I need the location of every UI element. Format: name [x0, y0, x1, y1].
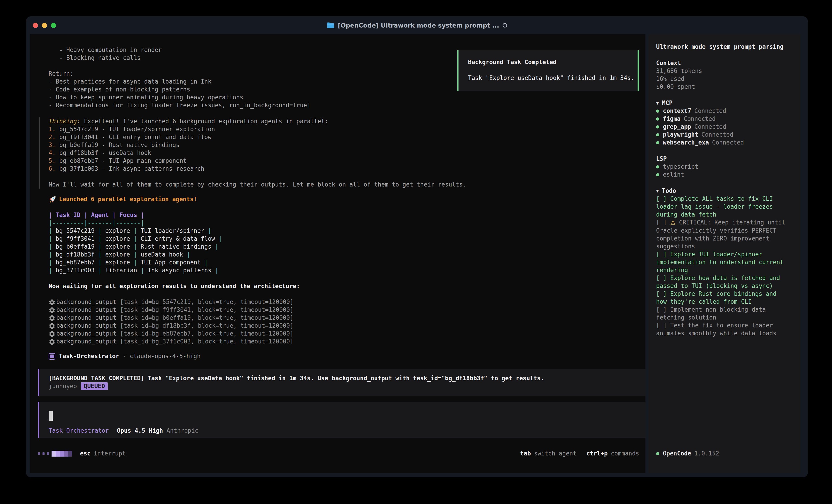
todo-item: [ ] ⚠ CRITICAL: Keep iterating until Ora… [656, 219, 787, 250]
tool-call-line: background_output [task_id=bg_f9ff3041, … [49, 306, 646, 314]
collapse-triangle-icon: ▼ [656, 187, 659, 195]
tool-call-line: background_output [task_id=bg_37f1c003, … [49, 338, 646, 345]
todo-section: ▼ Todo [ ] Complete ALL tasks to fix CLI… [656, 187, 794, 337]
lsp-item-name: typescript [663, 163, 698, 171]
input-agent-name[interactable]: Task-Orchestrator [49, 427, 109, 435]
task-table: | Task ID | Agent | Focus ||---------|--… [49, 211, 646, 274]
mcp-item-name: context7 [663, 107, 691, 115]
queued-badge: QUEUED [81, 382, 108, 390]
spinner [38, 451, 72, 456]
table-line: | bg_37f1c003 | librarian | Ink async pa… [49, 267, 646, 274]
context-stat: 16% used [656, 75, 794, 83]
minimize-button[interactable] [42, 23, 47, 28]
gear-icon [49, 315, 56, 321]
orchestrator-icon [49, 353, 55, 360]
gear-icon [49, 299, 56, 306]
commands-label: commands [611, 450, 639, 457]
warn-icon: ⚠ [670, 219, 676, 227]
esc-key-hint: esc [80, 450, 90, 457]
tool-call-line: background_output [task_id=bg_b0effa19, … [49, 314, 646, 322]
status-right: tab switch agent ctrl+p commands [520, 450, 639, 457]
folder-icon [327, 22, 334, 28]
mcp-header-label: MCP [662, 99, 673, 107]
mcp-item-name: playwright [663, 131, 698, 139]
table-line: | bg_eb87ebb7 | explore | TUI App compon… [49, 258, 646, 267]
rocket-icon [49, 196, 59, 203]
context-stat: 31,686 tokens [656, 67, 794, 75]
todo-header-label: Todo [662, 187, 676, 195]
tab-key-hint: tab [520, 450, 531, 457]
opencode-name-bold: Code [677, 450, 692, 457]
notification-toast[interactable]: Background Task Completed Task "Explore … [457, 50, 639, 91]
table-line: |---------|-------|-------| [49, 219, 646, 227]
input-cursor [49, 411, 53, 421]
input-panel[interactable]: Task-Orchestrator Opus 4.5 High Anthropi… [38, 402, 646, 438]
thinking-line: 3. bg_b0effa19 - Rust native bindings [49, 141, 646, 149]
todo-item: [ ] Explore how data is fetched and pass… [656, 274, 787, 290]
input-model[interactable]: Opus 4.5 High [117, 427, 163, 435]
table-line: | bg_f9ff3041 | explore | CLI entry & da… [49, 235, 646, 243]
table-line: | bg_5547c219 | explore | TUI loader/spi… [49, 227, 646, 235]
thinking-line: 4. bg_df18bb3f - useData hook [49, 149, 646, 157]
status-bar: esc interrupt tab switch agent ctrl+p co… [38, 450, 639, 457]
lsp-section: LSP typescript eslint [656, 155, 794, 178]
input-provider: Anthropic [166, 427, 199, 435]
mcp-item-name: websearch_exa [663, 139, 709, 146]
switch-agent-label: switch agent [534, 450, 576, 457]
thinking-line: 6. bg_37f1c003 - Ink async patterns rese… [49, 165, 646, 173]
thinking-line [49, 173, 646, 180]
content-area: - Heavy computation in render - Blocking… [30, 34, 800, 473]
status-dot [656, 141, 659, 144]
todo-item: [ ] Complete ALL tasks to fix CLI loader… [656, 195, 787, 219]
gear-icon [49, 323, 56, 330]
zoom-button[interactable] [51, 23, 56, 28]
agent-attribution: Task-Orchestrator · claude-opus-4-5-high [49, 352, 646, 360]
tool-output-line: - Recommendations for fixing loader free… [49, 102, 646, 109]
lsp-header: LSP [656, 155, 794, 163]
todo-header[interactable]: ▼ Todo [656, 187, 794, 195]
lsp-item: eslint [656, 171, 794, 178]
interrupt-label: interrupt [94, 450, 126, 457]
status-dot [656, 173, 659, 176]
gear-icon [49, 307, 56, 314]
status-dot [656, 133, 659, 136]
close-button[interactable] [33, 23, 38, 28]
mcp-item-name: grep_app [663, 123, 691, 131]
notification-body: Task "Explore useData hook" finished in … [468, 74, 629, 82]
ctrlp-key-hint: ctrl+p [587, 450, 608, 457]
notification-title: Background Task Completed [468, 58, 629, 66]
table-line: | bg_b0effa19 | explore | Rust native bi… [49, 243, 646, 251]
message-author: junhoyeo [49, 382, 77, 390]
tool-call-line: background_output [task_id=bg_eb87ebb7, … [49, 330, 646, 338]
status-dot [656, 117, 659, 120]
table-line: | Task ID | Agent | Focus | [49, 211, 646, 219]
waiting-line: Now waiting for all exploration results … [49, 282, 646, 290]
opencode-version: 1.0.152 [694, 450, 719, 457]
window-title: [OpenCode] Ultrawork mode system prompt … [327, 22, 507, 29]
context-stat: $0.00 spent [656, 83, 794, 91]
opencode-name: Open [663, 450, 677, 457]
status-dot [656, 110, 659, 113]
todo-item: [ ] Explore Rust core bindings and how t… [656, 290, 787, 306]
context-section: Context 31,686 tokens16% used$0.00 spent [656, 59, 794, 91]
status-dot [656, 125, 659, 129]
input-footer: Task-Orchestrator Opus 4.5 High Anthropi… [49, 427, 199, 435]
status-dot [656, 165, 659, 168]
message-text: [BACKGROUND TASK COMPLETED] Task "Explor… [49, 374, 639, 382]
mcp-header[interactable]: ▼ MCP [656, 99, 794, 107]
collapse-triangle-icon: ▼ [656, 99, 659, 107]
mcp-item-status: Connected [684, 115, 716, 123]
mcp-item-name: figma [663, 115, 680, 123]
thinking-line: Thinking: Excellent! I've launched 6 bac… [49, 117, 646, 125]
mcp-item-status: Connected [702, 131, 733, 139]
traffic-lights [33, 16, 56, 34]
window-title-text: [OpenCode] Ultrawork mode system prompt … [338, 22, 499, 29]
launch-banner: Launched 6 parallel exploration agents! [49, 195, 646, 203]
mcp-item: context7 Connected [656, 107, 794, 115]
thinking-line: 5. bg_eb87ebb7 - TUI App main component [49, 157, 646, 165]
message-meta: junhoyeo QUEUED [49, 382, 639, 390]
mcp-item-status: Connected [694, 123, 726, 131]
transcript[interactable]: - Heavy computation in render - Blocking… [30, 34, 646, 473]
record-circle-icon [502, 23, 507, 28]
thinking-line: 2. bg_f9ff3041 - CLI entry point and dat… [49, 133, 646, 141]
